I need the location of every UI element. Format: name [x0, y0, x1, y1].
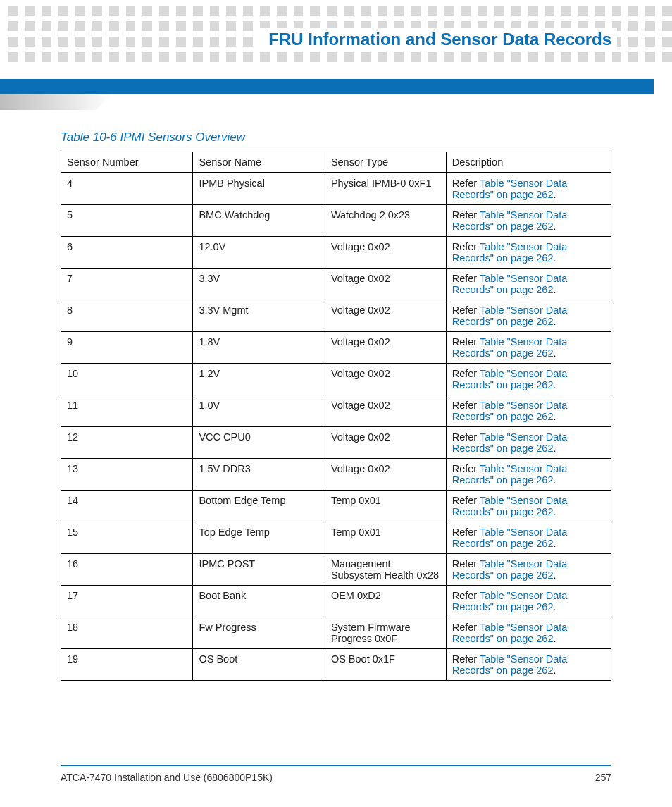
cross-ref-link[interactable]: Table "Sensor Data Records" on page 262: [452, 526, 568, 549]
cross-ref-link[interactable]: Table "Sensor Data Records" on page 262: [452, 209, 568, 232]
cell-sensor-number: 13: [61, 459, 193, 491]
cell-sensor-number: 12: [61, 427, 193, 459]
cross-ref-link[interactable]: Table "Sensor Data Records" on page 262: [452, 653, 568, 676]
cell-description: Refer Table "Sensor Data Records" on pag…: [446, 649, 611, 681]
cell-sensor-name: 3.3V Mgmt: [193, 300, 325, 332]
cell-sensor-type: Voltage 0x02: [325, 237, 446, 269]
cell-sensor-number: 11: [61, 395, 193, 427]
cell-sensor-type: Temp 0x01: [325, 522, 446, 554]
cross-ref-link[interactable]: Table "Sensor Data Records" on page 262: [452, 304, 568, 327]
cell-sensor-type: OEM 0xD2: [325, 586, 446, 617]
cell-sensor-name: 1.5V DDR3: [193, 459, 325, 491]
table-row: 612.0VVoltage 0x02Refer Table "Sensor Da…: [61, 237, 611, 269]
table-row: 15Top Edge TempTemp 0x01Refer Table "Sen…: [61, 522, 611, 554]
col-header: Description: [446, 152, 611, 173]
col-header: Sensor Number: [61, 152, 193, 173]
cell-description: Refer Table "Sensor Data Records" on pag…: [446, 554, 611, 586]
cross-ref-link[interactable]: Table "Sensor Data Records" on page 262: [452, 463, 568, 486]
cross-ref-link[interactable]: Table "Sensor Data Records" on page 262: [452, 368, 568, 390]
cell-sensor-number: 7: [61, 269, 193, 300]
table-header-row: Sensor Number Sensor Name Sensor Type De…: [61, 152, 611, 173]
cell-sensor-type: Voltage 0x02: [325, 459, 446, 491]
cell-sensor-name: 3.3V: [193, 269, 325, 300]
cell-sensor-number: 8: [61, 300, 193, 332]
cell-description: Refer Table "Sensor Data Records" on pag…: [446, 459, 611, 491]
cell-sensor-type: Voltage 0x02: [325, 427, 446, 459]
cell-sensor-type: Management Subsystem Health 0x28: [325, 554, 446, 586]
cell-sensor-number: 5: [61, 205, 193, 237]
cell-sensor-name: 12.0V: [193, 237, 325, 269]
cell-sensor-number: 18: [61, 617, 193, 649]
cell-sensor-type: Voltage 0x02: [325, 332, 446, 364]
table-row: 14Bottom Edge TempTemp 0x01Refer Table "…: [61, 491, 611, 522]
cell-sensor-type: Voltage 0x02: [325, 300, 446, 332]
table-row: 83.3V MgmtVoltage 0x02Refer Table "Senso…: [61, 300, 611, 332]
cell-description: Refer Table "Sensor Data Records" on pag…: [446, 237, 611, 269]
cross-ref-link[interactable]: Table "Sensor Data Records" on page 262: [452, 178, 568, 200]
cell-description: Refer Table "Sensor Data Records" on pag…: [446, 427, 611, 459]
cross-ref-link[interactable]: Table "Sensor Data Records" on page 262: [452, 495, 568, 517]
table-row: 111.0VVoltage 0x02Refer Table "Sensor Da…: [61, 395, 611, 427]
col-header: Sensor Name: [193, 152, 325, 173]
cell-sensor-type: Voltage 0x02: [325, 364, 446, 395]
cell-description: Refer Table "Sensor Data Records" on pag…: [446, 173, 611, 205]
cell-sensor-number: 17: [61, 586, 193, 617]
cell-description: Refer Table "Sensor Data Records" on pag…: [446, 269, 611, 300]
cell-sensor-type: OS Boot 0x1F: [325, 649, 446, 681]
cell-sensor-type: Voltage 0x02: [325, 269, 446, 300]
cell-sensor-name: IPMB Physical: [193, 173, 325, 205]
cell-sensor-number: 6: [61, 237, 193, 269]
cross-ref-link[interactable]: Table "Sensor Data Records" on page 262: [452, 590, 568, 612]
cell-sensor-name: Boot Bank: [193, 586, 325, 617]
cell-sensor-number: 15: [61, 522, 193, 554]
footer-doc-id: ATCA-7470 Installation and Use (6806800P…: [61, 772, 273, 783]
cell-sensor-name: Top Edge Temp: [193, 522, 325, 554]
page-title: FRU Information and Sensor Data Records: [268, 30, 611, 49]
cell-description: Refer Table "Sensor Data Records" on pag…: [446, 491, 611, 522]
table-row: 12VCC CPU0Voltage 0x02Refer Table "Senso…: [61, 427, 611, 459]
table-row: 5BMC WatchdogWatchdog 2 0x23Refer Table …: [61, 205, 611, 237]
cell-description: Refer Table "Sensor Data Records" on pag…: [446, 300, 611, 332]
cross-ref-link[interactable]: Table "Sensor Data Records" on page 262: [452, 622, 568, 644]
table-row: 19OS BootOS Boot 0x1FRefer Table "Sensor…: [61, 649, 611, 681]
cell-sensor-name: Fw Progress: [193, 617, 325, 649]
cell-sensor-number: 10: [61, 364, 193, 395]
header-blue-bar: [0, 79, 654, 94]
cross-ref-link[interactable]: Table "Sensor Data Records" on page 262: [452, 431, 568, 454]
cell-sensor-type: Watchdog 2 0x23: [325, 205, 446, 237]
cell-sensor-number: 9: [61, 332, 193, 364]
cell-sensor-type: System Firmware Progress 0x0F: [325, 617, 446, 649]
cross-ref-link[interactable]: Table "Sensor Data Records" on page 262: [452, 558, 568, 581]
cell-sensor-type: Voltage 0x02: [325, 395, 446, 427]
col-header: Sensor Type: [325, 152, 446, 173]
cell-sensor-type: Physical IPMB-0 0xF1: [325, 173, 446, 205]
table-row: 4IPMB PhysicalPhysical IPMB-0 0xF1Refer …: [61, 173, 611, 205]
cell-description: Refer Table "Sensor Data Records" on pag…: [446, 395, 611, 427]
cell-sensor-name: BMC Watchdog: [193, 205, 325, 237]
footer-page-number: 257: [595, 772, 611, 783]
table-row: 91.8VVoltage 0x02Refer Table "Sensor Dat…: [61, 332, 611, 364]
table-caption: Table 10-6 IPMI Sensors Overview: [61, 130, 611, 144]
cross-ref-link[interactable]: Table "Sensor Data Records" on page 262: [452, 241, 568, 264]
table-row: 18Fw ProgressSystem Firmware Progress 0x…: [61, 617, 611, 649]
cell-sensor-number: 14: [61, 491, 193, 522]
cross-ref-link[interactable]: Table "Sensor Data Records" on page 262: [452, 273, 568, 295]
table-row: 16IPMC POSTManagement Subsystem Health 0…: [61, 554, 611, 586]
table-row: 101.2VVoltage 0x02Refer Table "Sensor Da…: [61, 364, 611, 395]
cell-sensor-name: 1.0V: [193, 395, 325, 427]
cell-sensor-type: Temp 0x01: [325, 491, 446, 522]
cross-ref-link[interactable]: Table "Sensor Data Records" on page 262: [452, 336, 568, 359]
cell-description: Refer Table "Sensor Data Records" on pag…: [446, 586, 611, 617]
table-row: 131.5V DDR3Voltage 0x02Refer Table "Sens…: [61, 459, 611, 491]
cell-description: Refer Table "Sensor Data Records" on pag…: [446, 332, 611, 364]
table-row: 17Boot BankOEM 0xD2Refer Table "Sensor D…: [61, 586, 611, 617]
table-row: 73.3VVoltage 0x02Refer Table "Sensor Dat…: [61, 269, 611, 300]
cell-description: Refer Table "Sensor Data Records" on pag…: [446, 617, 611, 649]
cell-description: Refer Table "Sensor Data Records" on pag…: [446, 205, 611, 237]
cell-sensor-name: 1.8V: [193, 332, 325, 364]
cell-sensor-number: 19: [61, 649, 193, 681]
header-grey-wedge: [0, 94, 113, 110]
cell-sensor-name: Bottom Edge Temp: [193, 491, 325, 522]
cross-ref-link[interactable]: Table "Sensor Data Records" on page 262: [452, 400, 568, 422]
cell-sensor-number: 16: [61, 554, 193, 586]
